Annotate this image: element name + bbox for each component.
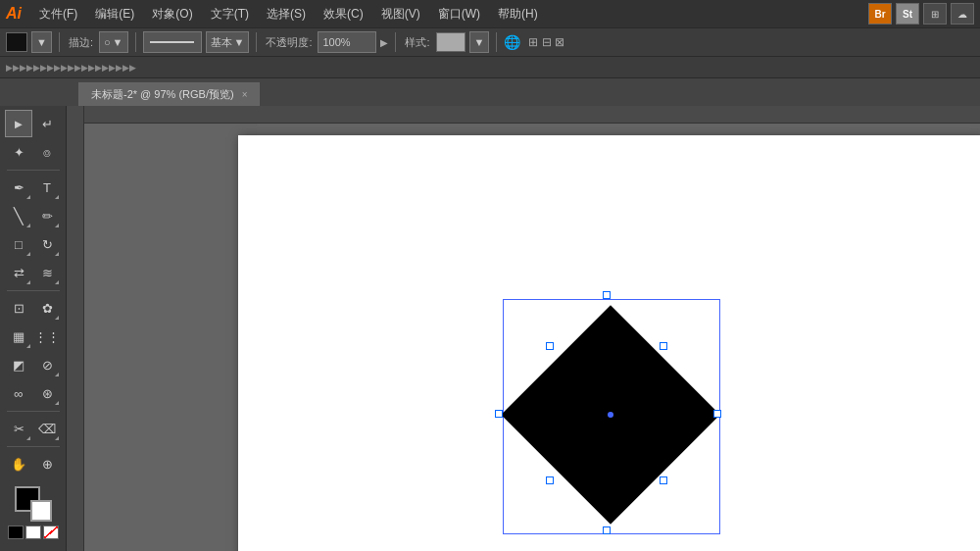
symbol-tool-btn[interactable]: ✿	[33, 294, 61, 322]
free-transform-btn[interactable]: ⊡	[5, 294, 32, 322]
background-swatch[interactable]	[30, 500, 52, 522]
eyedropper-tool-btn[interactable]: ⊘	[33, 351, 61, 378]
line-tool-btn[interactable]: ╲	[5, 202, 32, 229]
toolbar-sep-3	[256, 32, 257, 52]
tool-row-12: ✋ ⊕	[5, 450, 61, 477]
handle-left[interactable]	[495, 410, 503, 418]
menu-view[interactable]: 视图(V)	[373, 4, 428, 25]
tool-row-11: ✂ ⌫	[5, 415, 61, 442]
tool-sep-1	[7, 170, 60, 171]
none-swatch[interactable]	[43, 526, 59, 539]
mesh-icon: ⋮⋮	[34, 329, 60, 344]
fill-swatch[interactable]	[6, 32, 27, 52]
handle-bottom-right[interactable]	[660, 476, 667, 484]
rotate-tool-btn[interactable]: ↻	[33, 230, 61, 258]
tool-row-6: ⇄ ≋	[5, 259, 61, 286]
stock-icon[interactable]: St	[896, 3, 919, 25]
handle-top-right[interactable]	[660, 342, 667, 350]
handle-right[interactable]	[713, 410, 721, 418]
handle-top-left[interactable]	[546, 342, 554, 350]
stroke-value: ○	[104, 36, 111, 48]
hand-icon: ✋	[11, 457, 26, 472]
pen-tool-btn[interactable]: ✒	[5, 174, 32, 201]
tab-title: 未标题-2* @ 97% (RGB/预览)	[91, 87, 234, 102]
magic-wand-tool-btn[interactable]: ✦	[5, 138, 32, 166]
menu-text[interactable]: 文字(T)	[203, 4, 257, 25]
rect-tool-btn[interactable]: □	[5, 230, 32, 258]
gradient-tool-btn[interactable]: ◩	[5, 351, 32, 378]
basic-label: 基本	[211, 35, 232, 50]
menu-help[interactable]: 帮助(H)	[490, 4, 546, 25]
white-swatch[interactable]	[25, 526, 41, 539]
zoom-icon: ⊕	[42, 457, 53, 472]
stroke-arrow-icon: ▼	[36, 36, 47, 48]
menu-effect[interactable]: 效果(C)	[316, 4, 371, 25]
main-content: ► ↵ ✦ ⌾ ✒ T ╲	[0, 106, 980, 551]
bridge-icon[interactable]: Br	[868, 3, 892, 25]
arrange-icons[interactable]: ⊞ ⊟ ⊠	[528, 35, 564, 49]
secondary-toolbar: ▶▶▶▶▶▶▶▶▶▶▶▶▶▶▶▶▶▶▶	[0, 57, 980, 78]
submenu-triangle	[55, 280, 59, 284]
style-dropdown[interactable]: ▼	[469, 31, 490, 53]
tool-sep-3	[7, 411, 60, 412]
zoom-tool-btn[interactable]: ⊕	[33, 450, 61, 477]
direct-selection-tool-btn[interactable]: ↵	[33, 110, 61, 137]
lasso-icon: ⌾	[43, 145, 51, 160]
handle-bottom-left[interactable]	[546, 476, 554, 484]
toolbar-sep-4	[395, 32, 396, 52]
style-swatch[interactable]	[436, 32, 466, 52]
tab-close-btn[interactable]: ×	[242, 89, 248, 100]
stroke-value-dropdown[interactable]: ○ ▼	[99, 31, 128, 53]
column-graph-btn[interactable]: ▦	[5, 323, 32, 350]
scissors-tool-btn[interactable]: ✂	[5, 415, 32, 442]
tool-row-7: ⊡ ✿	[5, 294, 61, 322]
stroke-type-arrow: ▼	[234, 36, 245, 48]
submenu-triangle	[26, 195, 30, 199]
warp-icon: ≋	[42, 266, 53, 280]
stroke-type-dropdown[interactable]: 基本 ▼	[206, 31, 250, 53]
warp-tool-btn[interactable]: ≋	[33, 259, 61, 286]
menu-edit[interactable]: 编辑(E)	[87, 4, 142, 25]
eraser-tool-btn[interactable]: ⌫	[33, 415, 61, 442]
cloud-icon[interactable]: ☁	[951, 3, 974, 25]
live-paint-btn[interactable]: ⊛	[33, 379, 61, 407]
handle-top[interactable]	[603, 291, 611, 299]
document-tab[interactable]: 未标题-2* @ 97% (RGB/预览) ×	[78, 82, 260, 106]
tool-row-2: ✦ ⌾	[5, 138, 61, 166]
submenu-triangle	[55, 252, 59, 256]
grid-icon[interactable]: ⊞	[923, 3, 947, 25]
opacity-input[interactable]: 100%	[318, 31, 376, 53]
menu-window[interactable]: 窗口(W)	[430, 4, 488, 25]
menu-object[interactable]: 对象(O)	[144, 4, 200, 25]
toolbar-sep-5	[496, 32, 497, 52]
toolbox: ► ↵ ✦ ⌾ ✒ T ╲	[0, 106, 67, 551]
gradient-icon: ◩	[13, 358, 24, 373]
hand-tool-btn[interactable]: ✋	[5, 450, 32, 477]
stroke-dropdown-icon: ▼	[113, 36, 123, 48]
menu-file[interactable]: 文件(F)	[31, 4, 85, 25]
tool-row-5: □ ↻	[5, 230, 61, 258]
web-icon[interactable]: 🌐	[504, 34, 520, 50]
mesh-tool-btn[interactable]: ⋮⋮	[33, 323, 61, 350]
menu-select[interactable]: 选择(S)	[259, 4, 314, 25]
brush-tool-btn[interactable]: ✏	[33, 202, 61, 229]
stroke-arrow[interactable]: ▼	[31, 31, 52, 53]
toolbar-sep-1	[59, 32, 60, 52]
blend-tool-btn[interactable]: ∞	[5, 379, 32, 407]
submenu-triangle	[26, 436, 30, 440]
black-swatch[interactable]	[8, 526, 24, 539]
opacity-arrow[interactable]: ▶	[380, 37, 388, 48]
mirror-tool-btn[interactable]: ⇄	[5, 259, 32, 286]
opacity-value: 100%	[322, 36, 350, 48]
stroke-line-selector[interactable]	[143, 31, 202, 53]
canvas-area[interactable]	[67, 106, 980, 551]
magic-wand-icon: ✦	[14, 145, 24, 160]
center-handle[interactable]	[608, 412, 613, 418]
lasso-tool-btn[interactable]: ⌾	[33, 138, 61, 166]
type-tool-btn[interactable]: T	[33, 174, 61, 201]
handle-bottom[interactable]	[603, 526, 611, 534]
tool-row-3: ✒ T	[5, 174, 61, 201]
line-icon: ╲	[14, 207, 24, 225]
mirror-icon: ⇄	[14, 266, 24, 280]
selection-tool-btn[interactable]: ►	[5, 110, 32, 137]
